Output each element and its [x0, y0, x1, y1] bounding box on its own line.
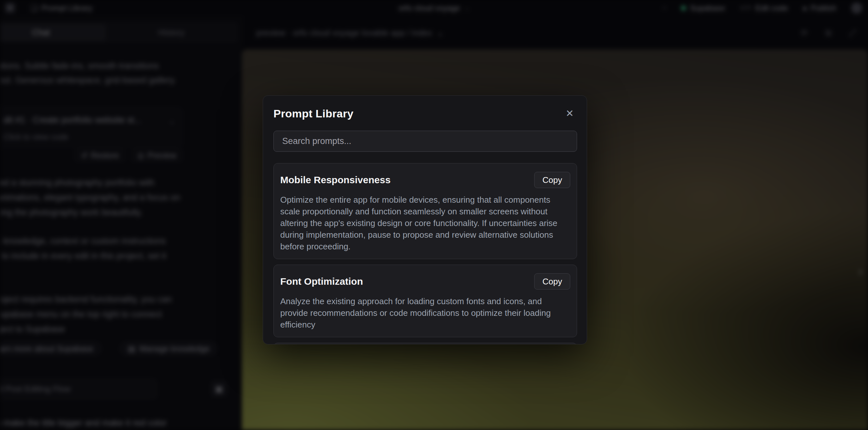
prompt-card-mobile-responsiveness[interactable]: Mobile Responsiveness Copy Optimize the …	[273, 163, 577, 259]
search-input[interactable]	[274, 131, 577, 151]
prompt-title: Font Optimization	[280, 276, 363, 287]
prompt-library-modal: Prompt Library ✕ Mobile Responsiveness C…	[263, 95, 587, 344]
prompt-description: Optimize the entire app for mobile devic…	[280, 194, 570, 252]
prompt-title: Mobile Responsiveness	[280, 175, 391, 185]
copy-button[interactable]: Copy	[534, 273, 570, 289]
copy-button[interactable]: Copy	[534, 172, 570, 188]
prompt-card-font-optimization[interactable]: Font Optimization Copy Analyze the exist…	[273, 265, 577, 337]
modal-header: Prompt Library ✕	[273, 108, 577, 122]
close-button[interactable]: ✕	[563, 108, 577, 120]
app-window: ❏ Prompt Library orfo cloud voyage ⌄ ◔ S…	[0, 0, 868, 430]
prompt-description: Analyze the existing approach for loadin…	[280, 296, 570, 331]
close-icon: ✕	[566, 108, 574, 119]
search-box	[273, 131, 577, 152]
modal-title: Prompt Library	[273, 108, 353, 120]
prompt-card-header: Font Optimization Copy	[280, 273, 570, 289]
prompt-card-header: Mobile Responsiveness Copy	[280, 172, 570, 188]
prompt-list: Mobile Responsiveness Copy Optimize the …	[273, 163, 577, 344]
prompt-card-partial[interactable]	[273, 343, 577, 344]
